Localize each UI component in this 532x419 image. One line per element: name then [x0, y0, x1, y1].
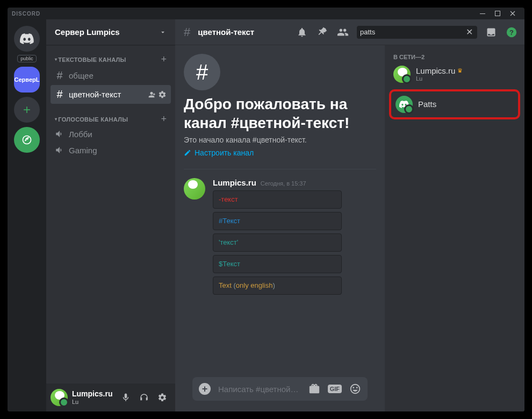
welcome-subtitle: Это начало канала #цветной-текст. [184, 136, 376, 144]
hash-icon: # [184, 25, 190, 39]
pin-icon[interactable] [316, 26, 329, 39]
search-box[interactable]: ✕ [357, 26, 477, 39]
caret-down-icon: ▾ [55, 117, 57, 122]
gif-button[interactable]: GIF [328, 385, 342, 393]
maximize-button[interactable] [490, 8, 505, 19]
close-button[interactable] [505, 8, 520, 19]
hash-icon: # [55, 69, 64, 82]
category-voice[interactable]: ▾ГОЛОСОВЫЕ КАНАЛЫ + [51, 109, 171, 125]
hash-icon: # [55, 88, 64, 101]
highlight-annotation: Patts [389, 89, 520, 119]
input-area: + Написать #цветной-т... GIF [184, 377, 376, 411]
svg-rect-1 [495, 11, 500, 16]
members-online-header: В СЕТИ—2 [389, 54, 520, 62]
guild-rail: public СерверL + [8, 19, 46, 411]
server-header[interactable]: Сервер Lumpics [46, 19, 175, 45]
avatar [396, 96, 413, 113]
svg-text:?: ? [509, 28, 514, 36]
input-placeholder[interactable]: Написать #цветной-т... [218, 385, 301, 394]
add-voice-channel-button[interactable]: + [161, 113, 167, 125]
svg-rect-0 [480, 13, 485, 14]
invite-icon[interactable] [147, 90, 156, 99]
message-timestamp: Сегодня, в 15:37 [261, 180, 306, 187]
member-patts[interactable]: Patts [391, 93, 518, 116]
chevron-down-icon [159, 29, 167, 36]
voice-gaming[interactable]: Gaming [51, 142, 171, 158]
members-icon[interactable] [336, 26, 349, 39]
topbar: # цветной-текст ✕ ? [175, 19, 524, 45]
code-block: $Текст [213, 255, 342, 273]
gift-icon[interactable] [308, 383, 320, 395]
add-channel-button[interactable]: + [161, 54, 167, 65]
channel-title: цветной-текст [198, 27, 254, 37]
member-list: В СЕТИ—2 Lumpics.ru ♛ Lu [385, 45, 524, 411]
message: Lumpics.ru Сегодня, в 15:37 -текст #Текс… [184, 176, 376, 300]
category-text[interactable]: ▾ТЕКСТОВЫЕ КАНАЛЫ + [51, 49, 171, 65]
search-clear-icon[interactable]: ✕ [465, 27, 474, 37]
settings-button[interactable] [154, 389, 171, 406]
notifications-icon[interactable] [296, 26, 308, 39]
avatar[interactable] [184, 178, 205, 200]
server-name: Сервер Lumpics [55, 27, 120, 37]
add-server-button[interactable]: + [14, 97, 40, 123]
setup-channel-link[interactable]: Настроить канал [184, 148, 376, 157]
channel-colored-text[interactable]: # цветной-текст [51, 85, 171, 104]
minimize-button[interactable] [475, 8, 490, 19]
channel-general[interactable]: # общее [51, 66, 171, 85]
gear-icon[interactable] [158, 90, 167, 99]
explore-button[interactable] [14, 127, 40, 153]
mute-button[interactable] [117, 389, 134, 406]
caret-down-icon: ▾ [55, 57, 57, 62]
inbox-icon[interactable] [485, 26, 498, 39]
speaker-icon [55, 145, 64, 155]
code-block: Text (only english) [213, 276, 342, 295]
message-input[interactable]: + Написать #цветной-т... GIF [192, 377, 368, 401]
emoji-icon[interactable] [349, 383, 361, 395]
user-panel: Lumpics.ru Lu [46, 384, 175, 411]
attach-button[interactable]: + [199, 383, 211, 395]
speaker-icon [55, 129, 64, 139]
home-button[interactable] [14, 26, 40, 52]
code-block: -текст [213, 190, 342, 209]
pencil-icon [184, 149, 191, 157]
help-icon[interactable]: ? [505, 26, 518, 39]
content-area: # цветной-текст ✕ ? # Добро пожаловать н… [175, 19, 524, 411]
public-pill: public [17, 55, 37, 62]
titlebar: DISCORD [8, 8, 524, 19]
avatar[interactable] [51, 389, 68, 406]
deafen-button[interactable] [135, 389, 153, 406]
member-lumpics[interactable]: Lumpics.ru ♛ Lu [389, 62, 520, 86]
message-author[interactable]: Lumpics.ru [213, 178, 256, 187]
avatar [393, 66, 411, 83]
titlebar-brand: DISCORD [12, 11, 40, 17]
messages-area: # Добро пожаловать на канал #цветной-тек… [175, 45, 385, 411]
window-controls [475, 8, 520, 19]
user-info[interactable]: Lumpics.ru Lu [72, 390, 113, 404]
guild-lumpics[interactable]: СерверL [14, 67, 40, 93]
channel-sidebar: Сервер Lumpics ▾ТЕКСТОВЫЕ КАНАЛЫ + # общ… [46, 19, 175, 411]
voice-lobby[interactable]: Лобби [51, 126, 171, 142]
code-block: #Текст [213, 212, 342, 230]
crown-icon: ♛ [457, 67, 463, 74]
welcome-title: Добро пожаловать на канал #цветной-текст… [184, 95, 376, 132]
welcome-hash-icon: # [184, 54, 220, 90]
search-input[interactable] [360, 28, 465, 36]
code-block: 'текст' [213, 233, 342, 252]
